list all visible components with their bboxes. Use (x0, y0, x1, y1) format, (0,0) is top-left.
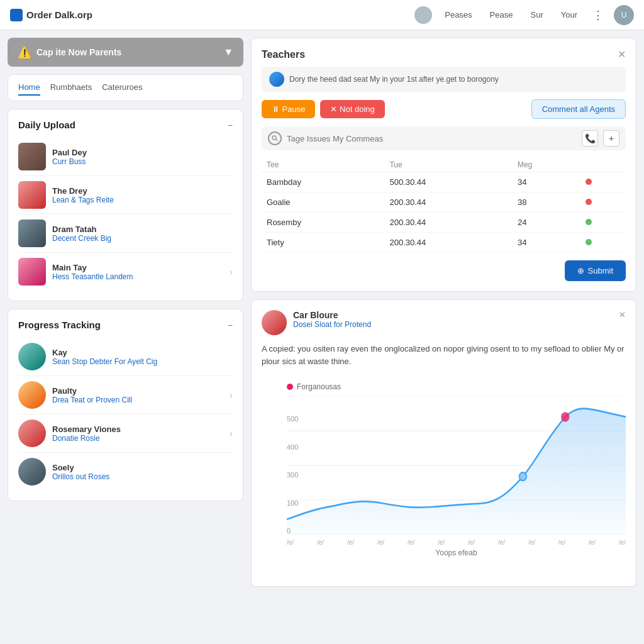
cell-name-0: Bambday (262, 172, 384, 192)
progress-item-1-chevron-icon[interactable]: › (230, 390, 233, 400)
progress-tracking-card: Progress Tracking − Kay Sean Stop Debter… (8, 309, 243, 501)
teachers-table: Tee Tue Meg Bambday 500.30.44 34 Goalie … (262, 158, 626, 253)
teachers-card-header: Teachers ✕ (262, 48, 626, 60)
progress-sub-1[interactable]: Drea Teat or Proven Cill (52, 396, 223, 404)
upload-sub-0[interactable]: Curr Buss (52, 157, 233, 166)
tab-home[interactable]: Home (18, 80, 40, 96)
alert-warning-icon: ⚠️ (18, 45, 31, 59)
comment-close-icon[interactable]: ✕ (619, 310, 626, 319)
progress-sub-3[interactable]: Orillos out Roses (52, 472, 233, 481)
progress-item-2-chevron-icon[interactable]: › (230, 428, 233, 438)
progress-tracking-collapse-icon[interactable]: − (228, 320, 233, 330)
teachers-table-header-row: Tee Tue Meg (262, 158, 626, 172)
upload-sub-2[interactable]: Decent Creek Big (52, 234, 233, 243)
teachers-table-row-2: Rosemby 200.30.44 24 (262, 213, 626, 233)
upload-name-3: Main Tay (52, 263, 223, 272)
submit-icon: ⊕ (577, 266, 584, 275)
progress-item-1: Paulty Drea Teat or Proven Cill › (18, 376, 233, 414)
progress-item-2: Rosemary Viones Donatie Rosie › (18, 414, 233, 453)
daily-upload-list: Paul Dey Curr Buss The Drey Lean & Tags … (18, 138, 233, 291)
submit-button[interactable]: ⊕ Submit (565, 260, 626, 281)
teachers-close-icon[interactable]: ✕ (618, 48, 626, 60)
cell-num-1: 38 (513, 192, 580, 213)
teachers-table-row-3: Tiety 200.30.44 34 (262, 233, 626, 253)
right-column: Teachers ✕ Dory the heed dad seat My in … (251, 38, 636, 636)
user-avatar-sm[interactable] (414, 6, 432, 24)
teachers-notification-text: Dory the heed dad seat My in your 1st af… (289, 75, 499, 84)
cell-date-1: 200.30.44 (384, 192, 512, 213)
progress-avatar-3 (18, 458, 46, 486)
daily-upload-collapse-icon[interactable]: − (228, 120, 233, 130)
upload-item-0: Paul Dey Curr Buss (18, 138, 233, 176)
upload-name-2: Dram Tatah (52, 225, 233, 234)
progress-sub-0[interactable]: Sean Stop Debter For Ayelt Cig (52, 357, 233, 366)
upload-avatar-3 (18, 258, 46, 286)
status-dot-0 (586, 179, 592, 185)
svg-line-1 (276, 140, 278, 142)
upload-avatar-0 (18, 143, 46, 170)
alert-chevron-icon[interactable]: ▼ (223, 47, 233, 58)
comment-avatar (262, 310, 287, 335)
chart-legend-dot (287, 384, 293, 390)
progress-tracking-list: Kay Sean Stop Debter For Ayelt Cig Pault… (18, 338, 233, 491)
upload-item-1: The Drey Lean & Tags Reite (18, 176, 233, 214)
cell-date-3: 200.30.44 (384, 233, 512, 253)
teachers-title: Teachers (262, 49, 305, 60)
status-dot-1 (586, 199, 592, 205)
cell-name-3: Tiety (262, 233, 384, 253)
progress-avatar-1 (18, 381, 46, 409)
alert-banner[interactable]: ⚠️ Cap ite Now Parents ▼ (8, 38, 243, 67)
daily-upload-card: Daily Upload − Paul Dey Curr Buss (8, 109, 243, 301)
cell-date-2: 200.30.44 (384, 213, 512, 233)
progress-item-0: Kay Sean Stop Debter For Ayelt Cig (18, 338, 233, 376)
left-column: ⚠️ Cap ite Now Parents ▼ Home Rumbhaets … (8, 38, 243, 636)
upload-item-3-chevron-icon[interactable]: › (230, 267, 233, 277)
progress-item-3: Soely Orillos out Roses (18, 453, 233, 491)
upload-avatar-1 (18, 181, 46, 209)
search-phone-icon[interactable]: 📞 (582, 130, 598, 147)
chart-container: Forganousas 500 400 300 100 0 (262, 377, 626, 576)
submit-label: Submit (588, 266, 613, 275)
teachers-search-input[interactable] (287, 134, 577, 143)
progress-name-2: Rosemary Viones (52, 425, 223, 434)
nav-link-peases[interactable]: Peases (440, 8, 477, 22)
cell-status-2 (580, 213, 626, 233)
col-header-tue: Tue (384, 158, 512, 172)
comment-all-button[interactable]: Comment all Agents (531, 99, 626, 119)
progress-sub-2[interactable]: Donatie Rosie (52, 434, 223, 443)
nav-link-pease[interactable]: Pease (485, 8, 518, 22)
cell-date-0: 500.30.44 (384, 172, 512, 192)
comment-card: Car Bloure Dosei Sloat for Protend ✕ A c… (251, 299, 636, 587)
upload-item-2: Dram Tatah Decent Creek Big (18, 214, 233, 253)
upload-sub-1[interactable]: Lean & Tags Reite (52, 196, 233, 204)
nav-link-your[interactable]: Your (556, 8, 582, 22)
daily-upload-header: Daily Upload − (18, 119, 233, 130)
tab-bar: Home Rumbhaets Cateruroes (8, 74, 243, 101)
teachers-card: Teachers ✕ Dory the heed dad seat My in … (251, 38, 636, 292)
cell-num-3: 34 (513, 233, 580, 253)
col-header-tee: Tee (262, 158, 384, 172)
cell-num-0: 34 (513, 172, 580, 192)
comment-user-sub: Dosei Sloat for Protend (293, 320, 371, 329)
not-doing-button[interactable]: ✕ Not doing (320, 100, 384, 118)
chart-x-ticks: /e/ /e/ /e/ /e/ /e/ /e/ /e/ /e/ /e/ /e/ … (287, 539, 626, 546)
progress-avatar-0 (18, 343, 46, 370)
comment-text: A copied: you ositen ray even the ongloc… (262, 343, 626, 367)
pause-button[interactable]: ⏸ Pause (262, 100, 315, 118)
tab-cateruroes[interactable]: Cateruroes (102, 80, 142, 96)
tab-rumbhaets[interactable]: Rumbhaets (50, 80, 92, 96)
progress-avatar-2 (18, 419, 46, 447)
logo-icon (10, 9, 23, 21)
nav-more-icon[interactable]: ⋮ (590, 8, 606, 22)
search-add-icon[interactable]: + (603, 130, 619, 147)
user-avatar[interactable]: U (614, 5, 634, 25)
teachers-notification-bar: Dory the heed dad seat My in your 1st af… (262, 67, 626, 92)
nav-link-sur[interactable]: Sur (525, 8, 548, 22)
comment-user-info: Car Bloure Dosei Sloat for Protend (293, 310, 371, 329)
upload-sub-3[interactable]: Hess Teasantle Landem (52, 272, 223, 281)
alert-left: ⚠️ Cap ite Now Parents (18, 45, 121, 59)
chart-dot-mid (519, 472, 527, 480)
chart-y-labels: 500 400 300 100 0 (287, 415, 298, 535)
teachers-search-bar: 📞 + (262, 126, 626, 150)
app-logo[interactable]: Order Dalk.orp (10, 9, 92, 21)
